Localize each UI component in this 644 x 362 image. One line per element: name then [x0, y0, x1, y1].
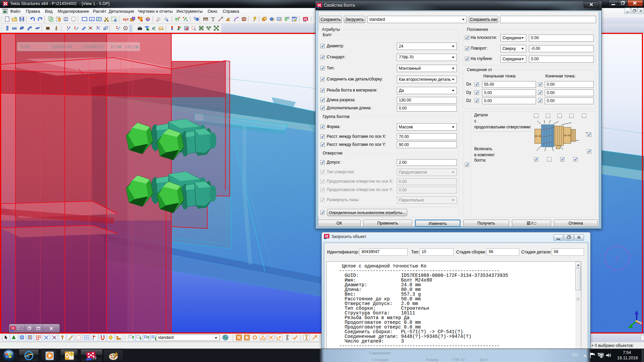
svg-text:-102450.00: -102450.00	[82, 44, 104, 49]
svg-text:5 DP: 5 DP	[21, 44, 31, 49]
svg-text:166050.00: 166050.00	[51, 44, 72, 49]
svg-text:?: ?	[194, 17, 196, 20]
svg-text:e: e	[26, 353, 30, 359]
svg-text:xyz: xyz	[123, 17, 129, 21]
svg-text:133.25: 133.25	[124, 44, 138, 49]
